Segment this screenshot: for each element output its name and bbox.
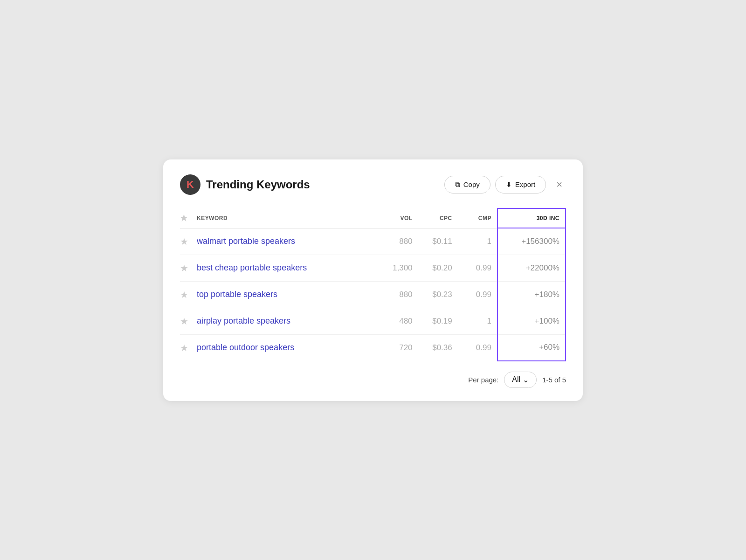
export-button[interactable]: ⬇ Export [495,176,546,194]
col-vol: VOL [378,208,418,228]
star-icon-4[interactable]: ★ [180,343,188,353]
col-keyword: KEYWORD [197,208,378,228]
inc-cell-1: +22000% [497,255,566,281]
close-button[interactable]: × [553,177,566,193]
table-row: ★best cheap portable speakers1,300$0.200… [180,255,566,281]
vol-cell-1: 1,300 [378,255,418,281]
table-row: ★airplay portable speakers480$0.191+100% [180,308,566,334]
export-icon: ⬇ [506,180,512,189]
star-cell-3: ★ [180,308,197,334]
col-inc: 30D INC [497,208,566,228]
copy-button[interactable]: ⧉ Copy [444,176,490,194]
keyword-cell-0[interactable]: walmart portable speakers [197,228,378,255]
cmp-cell-1: 0.99 [458,255,497,281]
star-icon-3[interactable]: ★ [180,316,188,326]
cmp-cell-2: 0.99 [458,281,497,308]
chevron-down-icon: ⌄ [523,375,529,384]
inc-cell-4: +60% [497,334,566,361]
header-actions: ⧉ Copy ⬇ Export × [444,176,566,194]
cmp-cell-4: 0.99 [458,334,497,361]
cpc-cell-3: $0.19 [418,308,458,334]
keywords-table: ★ KEYWORD VOL CPC CMP 30D INC ★walmart p… [180,208,566,361]
cmp-cell-0: 1 [458,228,497,255]
vol-cell-4: 720 [378,334,418,361]
inc-cell-0: +156300% [497,228,566,255]
card-header: K Trending Keywords ⧉ Copy ⬇ Export × [180,174,566,195]
pagination-info: 1-5 of 5 [542,376,566,384]
keyword-cell-3[interactable]: airplay portable speakers [197,308,378,334]
logo-icon: K [180,174,200,195]
star-cell-2: ★ [180,281,197,308]
table-row: ★top portable speakers880$0.230.99+180% [180,281,566,308]
star-cell-0: ★ [180,228,197,255]
cmp-cell-3: 1 [458,308,497,334]
trending-keywords-card: K Trending Keywords ⧉ Copy ⬇ Export × ★ … [163,159,583,401]
cpc-cell-0: $0.11 [418,228,458,255]
keywords-table-wrap: ★ KEYWORD VOL CPC CMP 30D INC ★walmart p… [180,208,566,361]
keyword-cell-4[interactable]: portable outdoor speakers [197,334,378,361]
keyword-cell-1[interactable]: best cheap portable speakers [197,255,378,281]
star-icon-1[interactable]: ★ [180,263,188,273]
star-cell-4: ★ [180,334,197,361]
cpc-cell-2: $0.23 [418,281,458,308]
vol-cell-2: 880 [378,281,418,308]
header-left: K Trending Keywords [180,174,310,195]
table-header-row: ★ KEYWORD VOL CPC CMP 30D INC [180,208,566,228]
table-row: ★portable outdoor speakers720$0.360.99+6… [180,334,566,361]
page-title: Trending Keywords [206,178,310,191]
col-star: ★ [180,208,197,228]
keyword-cell-2[interactable]: top portable speakers [197,281,378,308]
per-page-label: Per page: [468,376,498,384]
table-row: ★walmart portable speakers880$0.111+1563… [180,228,566,255]
vol-cell-3: 480 [378,308,418,334]
star-icon-0[interactable]: ★ [180,236,188,247]
cpc-cell-1: $0.20 [418,255,458,281]
copy-icon: ⧉ [455,180,460,189]
star-icon-2[interactable]: ★ [180,290,188,300]
col-cpc: CPC [418,208,458,228]
col-cmp: CMP [458,208,497,228]
vol-cell-0: 880 [378,228,418,255]
per-page-select[interactable]: All ⌄ [504,372,537,388]
inc-cell-2: +180% [497,281,566,308]
table-footer: Per page: All ⌄ 1-5 of 5 [180,372,566,388]
cpc-cell-4: $0.36 [418,334,458,361]
inc-cell-3: +100% [497,308,566,334]
star-cell-1: ★ [180,255,197,281]
